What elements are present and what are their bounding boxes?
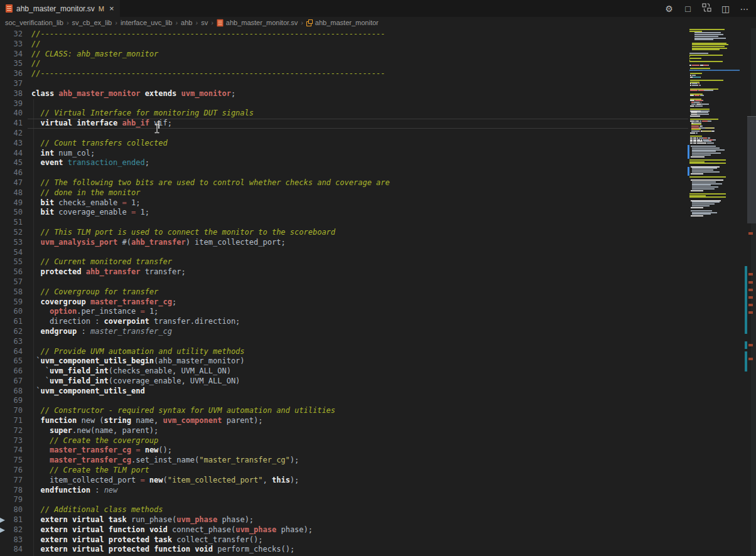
code-line[interactable] (28, 495, 688, 505)
line-number[interactable]: 39 (0, 99, 23, 109)
line-number[interactable]: 33 (0, 40, 23, 50)
line-number[interactable]: 41 (0, 119, 23, 129)
line-number[interactable]: 36 (0, 69, 23, 79)
code-line[interactable]: // Covergroup for transfer (28, 287, 688, 297)
line-number[interactable]: 44 (0, 149, 23, 159)
line-number[interactable]: 77 (0, 476, 23, 486)
code-line[interactable]: bit coverage_enable = 1; (28, 208, 688, 218)
line-number[interactable]: 52 (0, 228, 23, 238)
settings-gear-icon[interactable]: ⚙ (664, 4, 674, 14)
line-number[interactable]: 74 (0, 446, 23, 456)
code-line[interactable]: extern virtual task run_phase(uvm_phase … (28, 515, 688, 525)
code-line[interactable]: // Create the covergroup (28, 436, 688, 446)
line-number[interactable]: 71 (0, 416, 23, 426)
code-line[interactable]: // Additional class methods (28, 505, 688, 515)
line-number[interactable]: 35 (0, 59, 23, 69)
line-number[interactable]: 61 (0, 317, 23, 327)
code-line[interactable]: //--------------------------------------… (28, 29, 688, 40)
line-number[interactable]: 42 (0, 129, 23, 139)
code-line[interactable]: super.new(name, parent); (28, 426, 688, 436)
code-line[interactable]: // Current monitored transfer (28, 257, 688, 267)
minimap[interactable] (689, 29, 740, 222)
code-line[interactable]: // Count transfers collected (28, 139, 688, 149)
code-line[interactable]: // CLASS: ahb_master_monitor (28, 50, 688, 60)
code-line[interactable]: // (28, 59, 688, 69)
code-line[interactable]: function new (string name, uvm_component… (28, 416, 688, 426)
line-number[interactable]: 51 (0, 218, 23, 228)
code-line[interactable]: item_collected_port = new("item_collecte… (28, 476, 688, 486)
line-number[interactable]: 65 (0, 356, 23, 366)
scrollbar-track[interactable] (751, 28, 756, 556)
code-line[interactable]: `uvm_component_utils_end (28, 387, 688, 397)
code-line[interactable]: // done in the monitor (28, 188, 688, 198)
line-number[interactable]: 55 (0, 257, 23, 267)
line-number[interactable]: 45 (0, 158, 23, 168)
code-line[interactable]: //--------------------------------------… (28, 69, 688, 79)
line-number[interactable]: 37 (0, 79, 23, 89)
code-line[interactable]: // (28, 40, 688, 50)
line-number[interactable]: 46 (0, 168, 23, 178)
code-line[interactable]: endgroup : master_transfer_cg (28, 327, 688, 337)
code-line[interactable]: direction : coverpoint transfer.directio… (28, 317, 688, 327)
code-line[interactable] (28, 168, 688, 178)
code-line[interactable]: // This TLM port is used to connect the … (28, 228, 688, 238)
line-number[interactable]: 73 (0, 436, 23, 446)
line-number[interactable]: 34 (0, 50, 23, 60)
compare-changes-icon[interactable] (701, 3, 712, 14)
code-line[interactable] (28, 337, 688, 347)
code-line[interactable] (28, 79, 688, 89)
line-number[interactable]: 59 (0, 297, 23, 307)
code-line[interactable]: event transaction_ended; (28, 158, 688, 168)
line-number[interactable]: 79 (0, 495, 23, 505)
line-number[interactable]: 57 (0, 277, 23, 287)
code-line[interactable]: // The following two bits are used to co… (28, 178, 688, 188)
line-number[interactable]: 66 (0, 366, 23, 377)
line-number[interactable]: 63 (0, 337, 23, 347)
code-line[interactable]: virtual interface ahb_if vif; (28, 119, 688, 129)
line-number[interactable]: 75 (0, 456, 23, 466)
code-line[interactable]: endfunction : new (28, 486, 688, 496)
line-number[interactable]: 70 (0, 406, 23, 416)
line-number[interactable]: 68 (0, 387, 23, 397)
line-number[interactable]: 49 (0, 198, 23, 208)
line-number[interactable]: 69 (0, 396, 23, 406)
line-number[interactable]: 67 (0, 377, 23, 387)
line-number[interactable]: 58 (0, 287, 23, 297)
line-number[interactable]: 40 (0, 109, 23, 119)
code-line[interactable]: option.per_instance = 1; (28, 307, 688, 317)
code-line[interactable]: // Virtual Interface for monitoring DUT … (28, 109, 688, 119)
code-line[interactable]: extern virtual protected task collect_tr… (28, 535, 688, 545)
gutter-arrow-marker[interactable] (0, 518, 5, 523)
code-line[interactable]: master_transfer_cg = new(); (28, 446, 688, 456)
code-line[interactable]: // Create the TLM port (28, 466, 688, 476)
code-line[interactable]: covergroup master_transfer_cg; (28, 297, 688, 307)
line-number[interactable]: 80 (0, 505, 23, 515)
breadcrumb-item-ahb_master_monitor.sv[interactable]: ahb_master_monitor.sv (217, 19, 298, 27)
code-line[interactable]: master_transfer_cg.set_inst_name("master… (28, 456, 688, 466)
line-number[interactable]: 48 (0, 188, 23, 198)
code-line[interactable]: uvm_analysis_port #(ahb_transfer) item_c… (28, 238, 688, 248)
code-line[interactable]: protected ahb_transfer transfer; (28, 267, 688, 277)
line-number[interactable]: 47 (0, 178, 23, 188)
breadcrumb-item-soc_verification_lib[interactable]: soc_verification_lib (5, 19, 63, 26)
line-number[interactable]: 43 (0, 139, 23, 149)
line-number[interactable]: 84 (0, 545, 23, 555)
line-number[interactable]: 32 (0, 29, 23, 40)
gutter-arrow-marker[interactable] (0, 528, 5, 533)
breadcrumb-item-ahb_master_monitor[interactable]: ahb_master_monitor (306, 19, 379, 26)
scrollbar-thumb[interactable] (747, 116, 756, 223)
close-tab-icon[interactable]: × (109, 4, 114, 13)
line-number[interactable]: 54 (0, 248, 23, 258)
code-line[interactable]: extern virtual function void connect_pha… (28, 525, 688, 535)
line-number[interactable]: 62 (0, 327, 23, 337)
code-line[interactable]: `uvm_field_int(checks_enable, UVM_ALL_ON… (28, 366, 688, 377)
code-line[interactable]: int num_col; (28, 149, 688, 159)
line-number[interactable]: 64 (0, 347, 23, 357)
line-number[interactable]: 53 (0, 238, 23, 248)
code-line[interactable] (28, 248, 688, 258)
line-number[interactable]: 60 (0, 307, 23, 317)
code-line[interactable] (28, 218, 688, 228)
line-number[interactable]: 76 (0, 466, 23, 476)
code-line[interactable]: bit checks_enable = 1; (28, 198, 688, 208)
code-line[interactable]: // Provide UVM automation and utility me… (28, 347, 688, 357)
